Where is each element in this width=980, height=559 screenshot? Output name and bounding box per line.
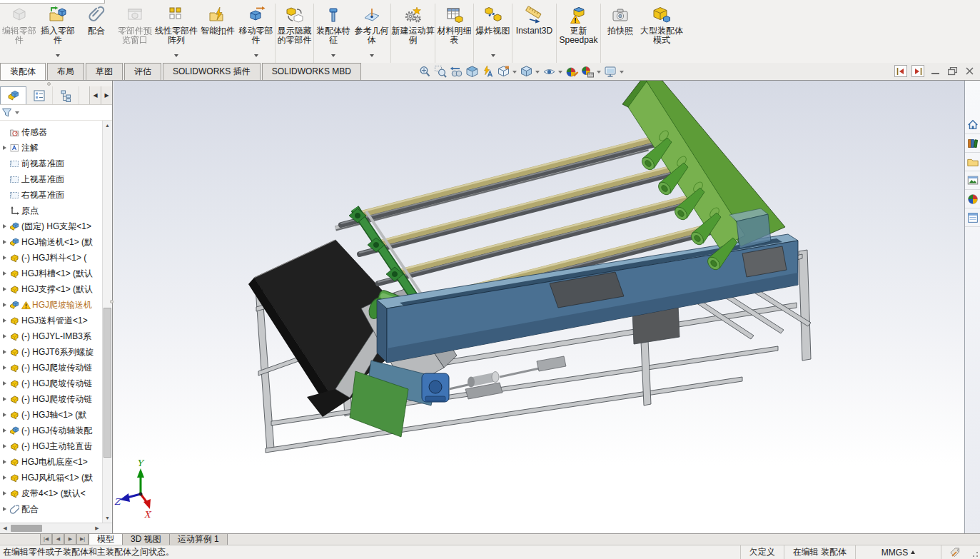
expand-arrow-icon[interactable] [0, 287, 9, 291]
file-explorer-icon[interactable] [965, 153, 980, 171]
expand-arrow-icon[interactable] [0, 428, 9, 433]
expand-arrow-icon[interactable] [0, 381, 9, 386]
bom-button[interactable]: 材料明细表 [435, 4, 474, 63]
tree-item-component[interactable]: (-) HGJ传动轴装配 [0, 423, 102, 438]
view-settings-icon[interactable] [603, 64, 618, 80]
tree-item-component[interactable]: (-) HGJ爬坡传动链 [0, 360, 102, 376]
tree-item-front-plane[interactable]: 前视基准面 [0, 156, 102, 171]
expand-arrow-icon[interactable] [0, 413, 9, 417]
pane-next-button[interactable] [911, 65, 924, 77]
tab-assembly[interactable]: 装配体 [0, 63, 46, 80]
tree-item-right-plane[interactable]: 右视基准面 [0, 187, 102, 203]
splitter-handle[interactable] [47, 82, 51, 86]
scroll-left-icon[interactable]: ◀ [89, 86, 101, 104]
dropdown-arrow[interactable] [491, 54, 495, 57]
tree-item-component[interactable]: (-) HGJT6系列螺旋 [0, 344, 102, 360]
tree-item-mates[interactable]: 配合 [0, 501, 102, 517]
dropdown-arrow[interactable] [558, 71, 562, 74]
tab-solidworks-addins[interactable]: SOLIDWORKS 插件 [163, 63, 261, 80]
tree-item-component[interactable]: HGJ电机底座<1> [0, 454, 102, 470]
assembly-features-button[interactable]: 装配体特征 [314, 4, 353, 63]
exploded-view-button[interactable]: 爆炸视图 [474, 4, 512, 63]
appearances-scenes-icon[interactable] [965, 191, 980, 208]
dropdown-arrow[interactable] [597, 71, 601, 74]
show-hidden-components-button[interactable]: 显示隐藏的零部件 [276, 4, 314, 63]
scrollbar-thumb[interactable] [103, 308, 111, 458]
tab-configurationmanager[interactable] [53, 86, 79, 104]
tree-item-sensors[interactable]: 传感器 [0, 124, 102, 140]
dropdown-arrow[interactable] [512, 71, 517, 74]
reference-geometry-button[interactable]: 参考几何体 [353, 4, 391, 63]
expand-arrow-icon[interactable] [0, 224, 9, 228]
tree-item-component[interactable]: (-) HGJ爬坡传动链 [0, 391, 102, 407]
smart-fasteners-button[interactable]: 智能扣件 [198, 4, 237, 63]
tree-item-component[interactable]: (-) HGJ主动轮直齿 [0, 438, 102, 454]
expand-arrow-icon[interactable] [0, 256, 9, 260]
zoom-to-area-icon[interactable] [433, 64, 448, 80]
expand-arrow-icon[interactable] [0, 240, 9, 244]
tree-item-top-plane[interactable]: 上视基准面 [0, 171, 102, 187]
apply-scene-icon[interactable] [580, 64, 595, 80]
dropdown-arrow[interactable] [535, 71, 540, 74]
design-library-icon[interactable] [965, 135, 980, 153]
prev-tab-icon[interactable]: ◀ [52, 534, 64, 545]
previous-view-icon[interactable] [449, 64, 464, 80]
expand-arrow-icon[interactable] [0, 491, 9, 495]
view-annotations-icon[interactable] [480, 64, 495, 80]
graphics-area[interactable]: Y Z X [113, 81, 964, 533]
move-component-button[interactable]: 移动零部件 [237, 4, 276, 63]
edit-appearance-icon[interactable] [565, 64, 580, 80]
viewport-3d-model[interactable]: Y Z X [113, 81, 964, 533]
expand-arrow-icon[interactable] [0, 366, 9, 370]
tab-3d-views[interactable]: 3D 视图 [123, 534, 170, 545]
tree-item-component[interactable]: (-) HGJ轴<1> (默 [0, 407, 102, 423]
tab-solidworks-mbd[interactable]: SOLIDWORKS MBD [262, 63, 361, 80]
resources-home-icon[interactable] [965, 116, 980, 134]
tree-item-component[interactable]: HGJ输送机<1> (默 [0, 234, 102, 250]
hide-show-items-icon[interactable] [542, 64, 557, 80]
expand-arrow-icon[interactable] [0, 460, 9, 464]
insert-component-button[interactable]: 插入零部件 [39, 4, 77, 63]
dropdown-arrow[interactable] [15, 111, 19, 114]
panel-splitter[interactable] [0, 81, 112, 86]
display-style-icon[interactable] [519, 64, 534, 80]
view-orientation-icon[interactable] [496, 64, 511, 80]
scroll-right-icon[interactable]: ▶ [101, 86, 112, 104]
dropdown-arrow[interactable] [56, 54, 60, 57]
expand-arrow-icon[interactable] [0, 444, 9, 448]
last-tab-icon[interactable]: ▶| [76, 534, 89, 545]
tab-sketch[interactable]: 草图 [86, 63, 123, 80]
tree-filter[interactable] [0, 105, 112, 121]
tree-item-component[interactable]: HGJ支撑<1> (默认 [0, 281, 102, 297]
expand-arrow-icon[interactable] [0, 271, 9, 276]
tree-item-component[interactable]: (-) HGJ爬坡传动链 [0, 376, 102, 391]
expand-arrow-icon[interactable] [0, 334, 9, 338]
close-icon[interactable] [963, 65, 976, 77]
dropdown-arrow[interactable] [620, 71, 624, 74]
tab-propertymanager[interactable] [26, 86, 53, 104]
linear-pattern-button[interactable]: 线性零部件阵列 [154, 4, 198, 63]
expand-arrow-icon[interactable] [0, 507, 9, 511]
scrollbar-thumb[interactable] [11, 525, 42, 532]
tree-item-origin[interactable]: 原点 [0, 203, 102, 218]
scroll-down-icon[interactable]: ▼ [103, 513, 112, 523]
tree-item-component[interactable]: (-) HGJYL-IMB3系 [0, 328, 102, 344]
view-palette-icon[interactable] [965, 172, 980, 190]
expand-arrow-icon[interactable] [0, 303, 9, 307]
tree-item-component[interactable]: (-) HGJ料斗<1> ( [0, 250, 102, 266]
first-tab-icon[interactable]: |◀ [40, 534, 52, 545]
scroll-right-icon[interactable]: ▶ [92, 523, 102, 533]
tree-item-annotations[interactable]: 注解 [0, 140, 102, 156]
tree-item-component-warning[interactable]: HGJ爬坡输送机 [0, 297, 102, 313]
restore-button[interactable] [946, 65, 959, 77]
snapshot-button[interactable]: 拍快照 [601, 4, 640, 63]
expand-arrow-icon[interactable] [0, 318, 9, 323]
tab-motion-study-1[interactable]: 运动算例 1 [170, 534, 228, 545]
tree-vertical-scrollbar[interactable]: ▲ ▼ [102, 121, 112, 523]
dropdown-arrow[interactable] [370, 54, 374, 57]
custom-properties-icon[interactable] [965, 209, 980, 227]
section-view-icon[interactable] [465, 64, 480, 80]
tree-item-component[interactable]: 皮带4<1> (默认< [0, 485, 102, 501]
tree-item-component[interactable]: HGJ风机箱<1> (默 [0, 470, 102, 485]
expand-arrow-icon[interactable] [0, 475, 9, 480]
